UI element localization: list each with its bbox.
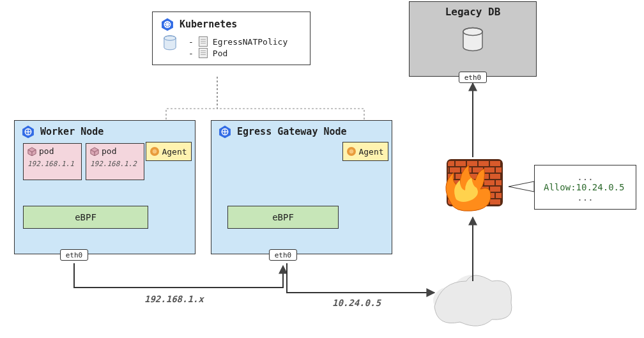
control-plane-title: Kubernetes: [180, 19, 237, 30]
kubernetes-control-plane: Kubernetes -EgressNATPolicy -Pod: [152, 12, 310, 65]
legacy-db: Legacy DB: [409, 1, 537, 77]
svg-point-11: [433, 286, 471, 314]
legacy-db-title: Legacy DB: [410, 6, 536, 18]
rule-allow: Allow:10.24.0.5: [544, 182, 627, 192]
egress-eth0: eth0: [269, 249, 297, 261]
egress-gateway-node: Egress Gateway Node: [211, 120, 392, 254]
svg-point-13: [474, 293, 507, 318]
firewall-rule: ... Allow:10.24.0.5 ...: [534, 165, 636, 210]
database-icon: [461, 27, 484, 54]
pod-2: pod 192.168.1.2: [86, 143, 144, 180]
rule-prefix: ...: [544, 172, 627, 182]
etcd-database-icon: [163, 35, 177, 52]
pod-2-ip: 192.168.1.2: [90, 160, 140, 168]
document-icon: [199, 36, 208, 47]
worker-ebpf: eBPF: [23, 206, 148, 229]
worker-node: Worker Node: [14, 120, 195, 254]
resource-egressnatpolicy: EgressNATPolicy: [213, 37, 288, 47]
resource-pod: Pod: [213, 49, 227, 58]
firewall-icon: [446, 160, 502, 211]
path-gw-to-cloud: 10.24.0.5: [332, 298, 381, 308]
path-worker-to-gw: 192.168.1.x: [144, 294, 204, 304]
pod-2-label: pod: [102, 146, 116, 156]
cilium-icon: [150, 147, 159, 156]
svg-point-14: [443, 298, 487, 323]
egress-ebpf-label: eBPF: [272, 212, 294, 222]
kubernetes-icon: [218, 125, 232, 139]
worker-ebpf-label: eBPF: [75, 212, 96, 222]
svg-rect-15: [447, 160, 502, 206]
pod-1-ip: 192.168.1.1: [27, 160, 77, 168]
network-cloud-icon: [433, 275, 512, 326]
worker-cilium-agent: Agent: [146, 142, 192, 161]
legacy-eth0: eth0: [459, 72, 487, 83]
worker-node-title: Worker Node: [40, 126, 103, 137]
kubernetes-icon: [160, 17, 174, 31]
worker-eth0: eth0: [60, 249, 88, 261]
egress-agent-label: Agent: [358, 147, 383, 157]
kubernetes-icon: [21, 125, 35, 139]
document-icon: [199, 48, 208, 58]
egress-ebpf: eBPF: [227, 206, 339, 229]
pod-cube-icon: [27, 147, 36, 156]
pod-1-label: pod: [39, 146, 54, 156]
worker-agent-label: Agent: [162, 147, 187, 157]
svg-point-12: [452, 275, 493, 311]
pod-cube-icon: [90, 147, 99, 156]
rule-suffix: ...: [544, 192, 627, 203]
egress-node-title: Egress Gateway Node: [237, 126, 347, 137]
pod-1: pod 192.168.1.1: [23, 143, 82, 180]
cilium-icon: [347, 147, 356, 156]
egress-cilium-agent: Agent: [342, 142, 388, 161]
